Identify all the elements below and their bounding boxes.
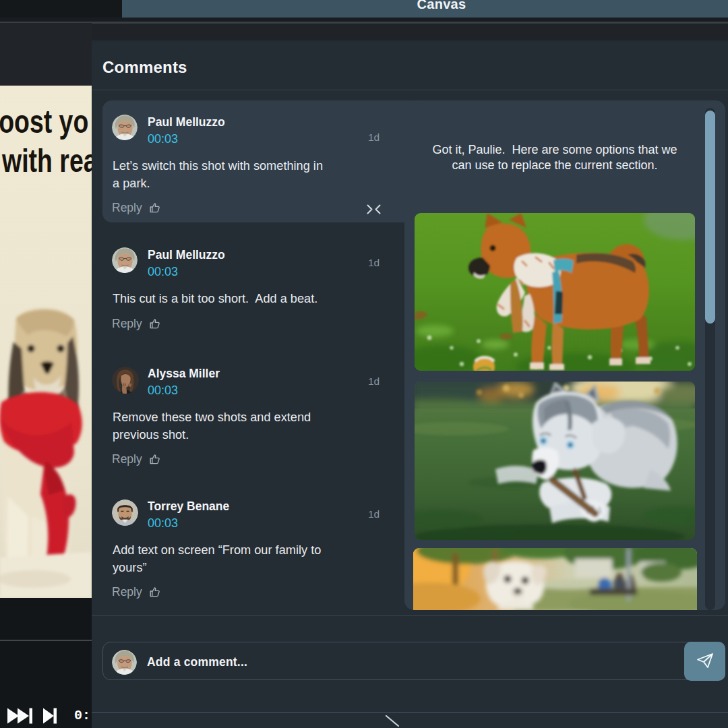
- svg-text:with rea: with rea: [1, 143, 92, 179]
- svg-text:Boost yo: Boost yo: [0, 104, 88, 140]
